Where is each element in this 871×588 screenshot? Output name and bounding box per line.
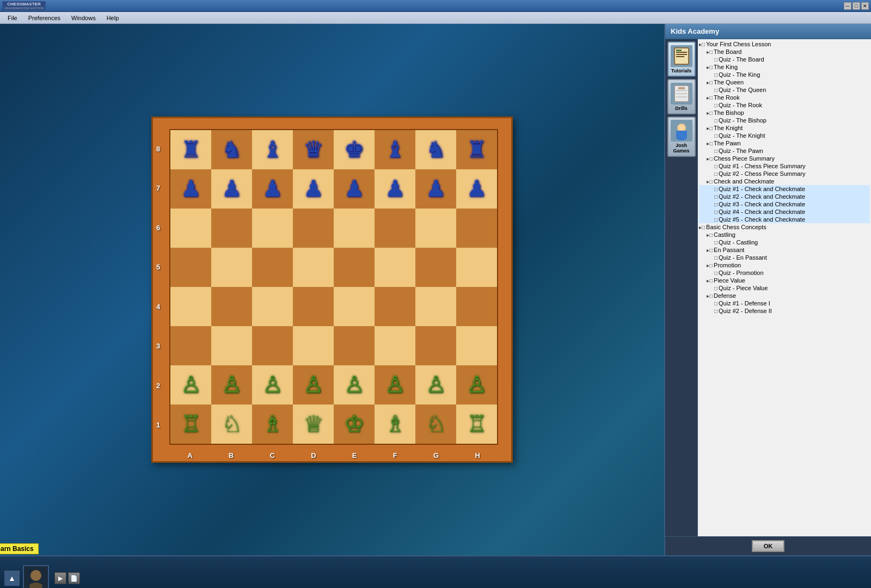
tree-item[interactable]: □ Quiz - The Knight [699,132,870,139]
square-h1[interactable]: ♖ [456,405,497,444]
chess-board[interactable]: ♜ ♞ ♝ ♛ ♚ ♝ ♞ ♜ ♟ ♟ ♟ ♟ ♟ [169,129,498,445]
square-f1[interactable]: ♗ [375,405,415,444]
square-d5[interactable] [293,248,334,287]
tree-item[interactable]: □ Quiz #1 - Defense I [699,299,870,307]
square-g3[interactable] [415,326,456,365]
tree-item[interactable]: □ Quiz - Castling [699,238,870,246]
tree-item[interactable]: ▸□ Promotion [699,261,870,269]
tree-view[interactable]: ▸□ Your First Chess Lesson▸□ The Board□ … [698,39,871,536]
page-button[interactable]: 📄 [68,572,80,584]
square-e8[interactable]: ♚ [334,130,375,169]
square-c5[interactable] [252,248,293,287]
minimize-button[interactable]: ─ [844,2,851,10]
square-b2[interactable]: ♙ [211,365,252,405]
square-g8[interactable]: ♞ [415,130,456,169]
square-f4[interactable] [375,287,415,326]
tree-item[interactable]: □ Quiz - The Rook [699,101,870,109]
tree-item[interactable]: ▸□ Piece Value [699,277,870,284]
square-f2[interactable]: ♙ [375,365,415,405]
square-c2[interactable]: ♙ [252,365,293,405]
tree-item[interactable]: ▸□ The Knight [699,124,870,132]
square-f8[interactable]: ♝ [375,130,415,169]
tree-item[interactable]: □ Quiz - The Queen [699,86,870,94]
square-d2[interactable]: ♙ [293,365,334,405]
square-a2[interactable]: ♙ [170,365,211,405]
tree-item[interactable]: □ Quiz - The King [699,71,870,78]
square-h7[interactable]: ♟ [456,169,497,209]
tree-item[interactable]: □ Quiz - Piece Value [699,284,870,292]
square-h5[interactable] [456,248,497,287]
square-h4[interactable] [456,287,497,326]
tree-item[interactable]: ▸□ Castling [699,231,870,238]
square-d4[interactable] [293,287,334,326]
tree-item[interactable]: □ Quiz #5 - Check and Checkmate [699,216,870,223]
square-d7[interactable]: ♟ [293,169,334,209]
square-a5[interactable] [170,248,211,287]
square-c3[interactable] [252,326,293,365]
square-c1[interactable]: ♗ [252,405,293,444]
tree-item[interactable]: □ Quiz - The Bishop [699,117,870,124]
square-d3[interactable] [293,326,334,365]
tree-item[interactable]: ▸□ Check and Checkmate [699,177,870,185]
square-g4[interactable] [415,287,456,326]
tree-item[interactable]: □ Quiz - En Passant [699,254,870,261]
square-a6[interactable] [170,209,211,248]
square-e1[interactable]: ♔ [334,405,375,444]
square-b6[interactable] [211,209,252,248]
square-a1[interactable]: ♖ [170,405,211,444]
square-f7[interactable]: ♟ [375,169,415,209]
play-button[interactable]: ▶ [54,572,66,584]
square-g7[interactable]: ♟ [415,169,456,209]
square-d8[interactable]: ♛ [293,130,334,169]
menu-preferences[interactable]: Preferences [23,14,66,22]
square-f3[interactable] [375,326,415,365]
menu-file[interactable]: File [2,14,23,22]
tree-item[interactable]: □ Quiz #3 - Check and Checkmate [699,200,870,208]
menu-windows[interactable]: Windows [66,14,101,22]
square-h3[interactable] [456,326,497,365]
tree-item[interactable]: ▸□ Defense [699,292,870,299]
tree-item[interactable]: □ Quiz #4 - Check and Checkmate [699,208,870,216]
square-a3[interactable] [170,326,211,365]
tree-item[interactable]: ▸□ Basic Chess Concepts [699,223,870,231]
ok-button[interactable]: OK [752,540,785,552]
scroll-up-button[interactable]: ▲ [4,571,20,586]
square-f5[interactable] [375,248,415,287]
menu-help[interactable]: Help [101,14,125,22]
tree-item[interactable]: □ Quiz #2 - Defense II [699,307,870,315]
square-h8[interactable]: ♜ [456,130,497,169]
tree-item[interactable]: ▸□ The King [699,63,870,71]
tree-item[interactable]: □ Quiz #1 - Chess Piece Summary [699,162,870,170]
tree-item[interactable]: □ Quiz #1 - Check and Checkmate [699,185,870,193]
square-b4[interactable] [211,287,252,326]
tree-item[interactable]: □ Quiz - The Pawn [699,147,870,155]
tree-item[interactable]: ▸□ The Bishop [699,109,870,117]
square-c6[interactable] [252,209,293,248]
tree-item[interactable]: ▸□ The Rook [699,94,870,101]
josh-games-button[interactable]: Josh Games [667,117,696,157]
tree-item[interactable]: ▸□ Your First Chess Lesson [699,40,870,48]
square-b7[interactable]: ♟ [211,169,252,209]
square-f6[interactable] [375,209,415,248]
square-e5[interactable] [334,248,375,287]
square-d1[interactable]: ♕ [293,405,334,444]
tree-item[interactable]: □ Quiz - Promotion [699,269,870,277]
square-g5[interactable] [415,248,456,287]
square-e4[interactable] [334,287,375,326]
tree-item[interactable]: ▸□ The Queen [699,78,870,86]
tree-item[interactable]: ▸□ The Board [699,48,870,56]
drills-button[interactable]: Drills [667,79,696,114]
tree-item[interactable]: ▸□ Chess Piece Summary [699,155,870,162]
square-c7[interactable]: ♟ [252,169,293,209]
square-e7[interactable]: ♟ [334,169,375,209]
square-b8[interactable]: ♞ [211,130,252,169]
tree-item[interactable]: ▸□ En Passant [699,246,870,254]
square-a4[interactable] [170,287,211,326]
square-b1[interactable]: ♘ [211,405,252,444]
close-button[interactable]: ✕ [861,2,869,10]
square-b3[interactable] [211,326,252,365]
square-a8[interactable]: ♜ [170,130,211,169]
tree-item[interactable]: □ Quiz - The Board [699,56,870,63]
tree-item[interactable]: □ Quiz #2 - Check and Checkmate [699,193,870,200]
tutorials-button[interactable]: Tutorials [667,41,696,77]
